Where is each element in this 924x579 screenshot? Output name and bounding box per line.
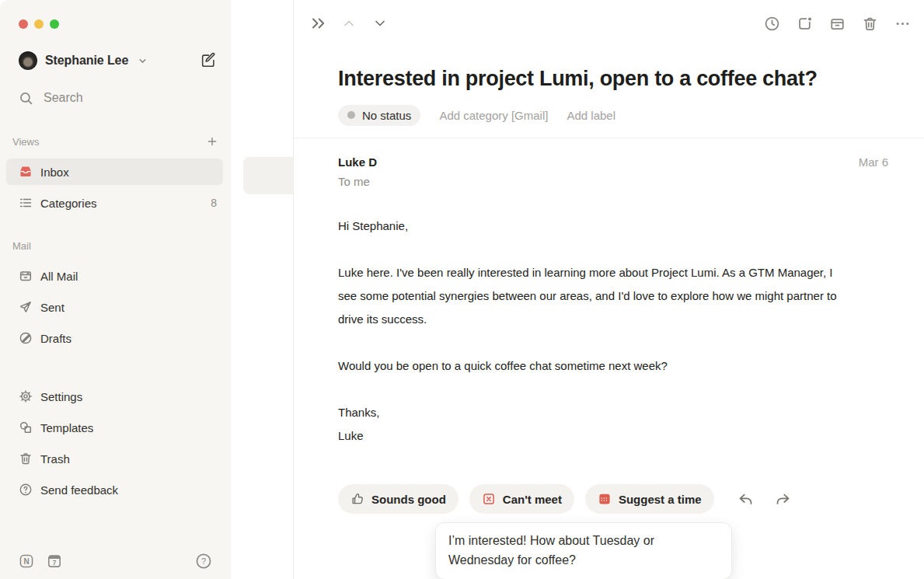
body-paragraph: Luke here. I've been really interested i… — [338, 261, 851, 331]
window-controls — [19, 19, 59, 29]
chevron-down-icon — [138, 56, 148, 66]
message-date: Mar 6 — [859, 155, 888, 169]
add-label-button[interactable]: Add label — [567, 109, 615, 122]
thread-list-strip — [231, 0, 294, 579]
sender-name: Luke D — [338, 155, 377, 169]
toolbar-right — [763, 12, 911, 34]
sidebar-item-label: Templates — [40, 421, 93, 434]
sidebar-item-label: Inbox — [40, 166, 69, 179]
zoom-window-button[interactable] — [50, 19, 59, 29]
prev-thread-icon[interactable] — [338, 12, 360, 34]
calendar-app-icon[interactable]: 7 — [47, 553, 62, 569]
categories-count: 8 — [211, 197, 217, 209]
all-mail-icon — [19, 269, 33, 283]
archive-icon[interactable] — [828, 12, 846, 34]
quick-reply-suggest-time[interactable]: Suggest a time — [585, 484, 714, 514]
mail-section-header: Mail — [12, 237, 218, 254]
help-icon[interactable]: ? — [195, 553, 212, 570]
body-paragraph: Hi Stephanie, — [338, 215, 851, 238]
calendar-icon — [598, 492, 612, 506]
quick-reply-sounds-good[interactable]: Sounds good — [338, 484, 459, 514]
recipient-line[interactable]: To me — [338, 175, 370, 188]
sidebar-item-label: All Mail — [40, 270, 78, 283]
mail-app-window: Stephanie Lee Search Views — [0, 0, 924, 579]
quick-reply-label: Sounds good — [371, 493, 446, 506]
trash-icon[interactable] — [861, 12, 878, 34]
quick-reply-cant-meet[interactable]: Can't meet — [469, 484, 574, 514]
body-paragraph: Thanks, Luke — [338, 401, 851, 448]
sidebar-item-label: Drafts — [40, 332, 71, 345]
sidebar-item-inbox[interactable]: Inbox — [6, 159, 223, 185]
search-icon — [19, 91, 33, 106]
sidebar-item-label: Settings — [40, 390, 82, 403]
views-section-header: Views — [12, 133, 218, 150]
sidebar-item-drafts[interactable]: Drafts — [6, 325, 223, 351]
minimize-window-button[interactable] — [34, 19, 44, 29]
email-subject: Interested in project Lumi, open to a co… — [338, 65, 888, 92]
sidebar-item-sent[interactable]: Sent — [6, 294, 223, 320]
quick-reply-label: Suggest a time — [619, 493, 702, 506]
quick-reply-label: Can't meet — [503, 493, 562, 506]
notion-app-icon[interactable]: N — [19, 553, 34, 569]
svg-text:N: N — [23, 557, 29, 566]
sidebar-item-label: Trash — [40, 452, 70, 466]
sidebar-item-send-feedback[interactable]: Send feedback — [6, 476, 223, 503]
add-category-button[interactable]: Add category [Gmail] — [439, 109, 548, 122]
sidebar-item-label: Sent — [40, 301, 65, 314]
settings-icon — [19, 389, 33, 403]
thumbs-up-icon — [350, 492, 364, 506]
status-label: No status — [362, 109, 411, 122]
sidebar-item-categories[interactable]: Categories 8 — [6, 190, 223, 216]
snooze-icon[interactable] — [763, 12, 780, 34]
sidebar-item-all-mail[interactable]: All Mail — [6, 263, 223, 289]
header-divider — [294, 138, 924, 138]
account-switcher[interactable]: Stephanie Lee — [19, 49, 217, 72]
status-badge[interactable]: No status — [338, 105, 420, 126]
drafts-icon — [19, 331, 33, 345]
close-window-button[interactable] — [19, 19, 28, 29]
collapse-panel-icon[interactable] — [307, 12, 329, 34]
more-icon[interactable] — [894, 12, 911, 34]
forward-icon[interactable] — [775, 488, 792, 510]
add-view-icon[interactable] — [206, 135, 218, 148]
categories-icon — [19, 196, 33, 210]
search-input[interactable]: Search — [19, 86, 83, 110]
open-new-icon[interactable] — [796, 12, 813, 34]
sidebar-item-label: Categories — [40, 197, 97, 210]
thread-list-item-highlight[interactable] — [243, 157, 293, 194]
svg-text:7: 7 — [53, 559, 57, 567]
message-body: Hi Stephanie, Luke here. I've been reall… — [338, 215, 851, 471]
reading-pane: Interested in project Lumi, open to a co… — [294, 0, 924, 579]
inbox-icon — [19, 165, 33, 179]
email-tags-row: No status Add category [Gmail] Add label — [338, 104, 615, 126]
reply-icon[interactable] — [737, 488, 755, 510]
sidebar-item-templates[interactable]: Templates — [6, 414, 223, 441]
message-header: Luke D Mar 6 — [338, 155, 888, 169]
x-square-icon — [482, 492, 496, 506]
sidebar-bottom-bar: N 7 ? — [19, 550, 212, 572]
user-name: Stephanie Lee — [45, 54, 128, 68]
status-dot-icon — [347, 111, 355, 119]
trash-icon — [19, 452, 33, 466]
svg-text:?: ? — [201, 556, 206, 566]
feedback-icon — [19, 483, 33, 497]
sidebar: Stephanie Lee Search Views — [0, 0, 232, 579]
templates-icon — [19, 420, 33, 434]
sidebar-item-trash[interactable]: Trash — [6, 445, 223, 472]
suggested-reply-tooltip[interactable]: I’m interested! How about Tuesday or Wed… — [435, 522, 732, 579]
search-label: Search — [44, 91, 83, 105]
reply-forward-group — [737, 488, 792, 510]
sidebar-item-settings[interactable]: Settings — [6, 383, 223, 410]
next-thread-icon[interactable] — [369, 12, 391, 34]
thread-toolbar — [307, 12, 911, 34]
compose-icon[interactable] — [200, 52, 217, 69]
body-paragraph: Would you be open to a quick coffee chat… — [338, 354, 851, 378]
quick-reply-row: Sounds good Can't meet Suggest a time — [338, 484, 792, 514]
sent-icon — [19, 300, 33, 314]
avatar — [19, 51, 37, 70]
sidebar-item-label: Send feedback — [40, 483, 118, 497]
